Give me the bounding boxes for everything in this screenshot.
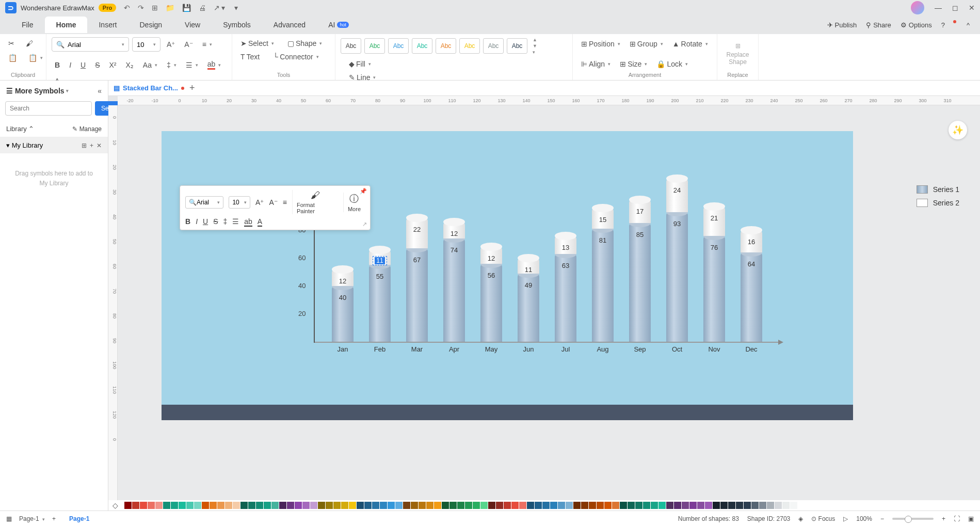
bar-column[interactable]: 4012Jan (332, 269, 354, 342)
color-swatch[interactable] (411, 502, 418, 509)
color-swatch[interactable] (713, 502, 720, 509)
color-swatch[interactable] (651, 502, 658, 509)
mylib-add-icon[interactable]: ⊞ (82, 142, 87, 149)
new-button[interactable]: ⊞ (152, 4, 158, 12)
layers-icon[interactable]: ◈ (798, 515, 803, 522)
position-button[interactable]: ⊞ Position▾ (578, 38, 623, 50)
color-swatch[interactable] (542, 502, 550, 509)
color-swatch[interactable] (202, 502, 209, 509)
color-swatch[interactable] (163, 502, 170, 509)
new-doc-tab[interactable]: + (189, 83, 195, 93)
color-swatch[interactable] (132, 502, 139, 509)
color-swatch[interactable] (728, 502, 735, 509)
tab-insert[interactable]: Insert (87, 17, 128, 33)
color-swatch[interactable] (434, 502, 441, 509)
focus-button[interactable]: ⊙ Focus (811, 515, 835, 522)
color-swatch[interactable] (171, 502, 178, 509)
color-swatch[interactable] (682, 502, 689, 509)
color-swatch[interactable] (357, 502, 364, 509)
copy-button[interactable]: 📋 (5, 52, 20, 64)
connector-tool[interactable]: └ Connector▾ (270, 51, 322, 63)
italic-button[interactable]: I (66, 59, 74, 71)
collapse-ribbon[interactable]: ^ (967, 21, 970, 29)
color-swatch[interactable] (628, 502, 635, 509)
color-swatch[interactable] (566, 502, 573, 509)
float-bold[interactable]: B (185, 217, 190, 226)
color-swatch[interactable] (720, 502, 728, 509)
text-tool[interactable]: T Text (237, 51, 263, 63)
page-dropdown[interactable]: Page-1 ▾ (19, 515, 45, 522)
canvas[interactable]: ✨ 20406080 4012Jan5511Feb6722Mar7412Apr5… (118, 105, 980, 500)
minimize-button[interactable]: — (935, 4, 942, 12)
undo-button[interactable]: ↶ (124, 4, 130, 12)
float-bullets[interactable]: ☰ (232, 217, 239, 226)
more-symbols-title[interactable]: More Symbols (15, 87, 65, 95)
highlight-button[interactable]: ab▾ (204, 58, 224, 72)
doc-tab[interactable]: ▤ Stacked Bar Ch... (114, 84, 184, 92)
bar-column[interactable]: 9324Oct (666, 179, 688, 342)
float-font-select[interactable]: 🔍 Arial▾ (185, 196, 223, 209)
tab-symbols[interactable]: Symbols (212, 17, 262, 33)
color-swatch[interactable] (194, 502, 201, 509)
float-italic[interactable]: I (196, 217, 198, 226)
float-dec-font[interactable]: A⁻ (269, 198, 277, 206)
bar-column[interactable]: 6722Mar (406, 218, 428, 342)
color-swatch[interactable] (480, 502, 488, 509)
zoom-slider[interactable] (892, 518, 934, 520)
color-swatch[interactable] (589, 502, 596, 509)
color-swatch[interactable] (504, 502, 511, 509)
tab-file[interactable]: File (10, 17, 45, 33)
bar-column[interactable]: 7621Nov (703, 206, 725, 342)
color-swatch[interactable] (186, 502, 194, 509)
align-button[interactable]: ⊫ Align▾ (578, 58, 614, 70)
group-button[interactable]: ⊞ Group▾ (626, 38, 666, 50)
color-swatch[interactable] (210, 502, 217, 509)
tab-ai[interactable]: AIhot (317, 17, 360, 33)
color-swatch[interactable] (380, 502, 387, 509)
color-swatch[interactable] (744, 502, 751, 509)
color-swatch[interactable] (395, 502, 403, 509)
color-swatch[interactable] (658, 502, 666, 509)
select-tool[interactable]: ➤ Select▾ (237, 37, 277, 50)
color-swatch[interactable] (782, 502, 790, 509)
dropzone[interactable]: Drag symbols here to add to My Library (0, 153, 108, 204)
color-swatch[interactable] (527, 502, 534, 509)
publish-button[interactable]: ✈ Publish (827, 21, 857, 29)
cut-button[interactable]: ✂ (5, 37, 18, 50)
selected-label[interactable]: 11 (373, 256, 387, 265)
color-swatch[interactable] (349, 502, 356, 509)
color-swatch[interactable] (496, 502, 503, 509)
bar-column[interactable]: 6313Jul (555, 236, 576, 342)
zoom-level[interactable]: 100% (856, 515, 872, 522)
legend[interactable]: Series 1 Series 2 (917, 185, 959, 212)
color-swatch[interactable] (473, 502, 480, 509)
color-swatch[interactable] (295, 502, 302, 509)
color-swatch[interactable] (124, 502, 132, 509)
color-swatch[interactable] (798, 502, 805, 509)
mylib-plus-icon[interactable]: + (90, 142, 93, 149)
float-inc-font[interactable]: A⁺ (255, 198, 264, 206)
color-swatch[interactable] (403, 502, 410, 509)
color-swatch[interactable] (287, 502, 294, 509)
color-swatch[interactable] (635, 502, 642, 509)
color-swatch[interactable] (767, 502, 774, 509)
color-swatch[interactable] (775, 502, 782, 509)
color-swatch[interactable] (705, 502, 712, 509)
float-format-painter[interactable]: 🖌Format Painter (292, 190, 338, 214)
tab-advanced[interactable]: Advanced (262, 17, 317, 33)
color-swatch[interactable] (388, 502, 395, 509)
spacing-button[interactable]: ‡▾ (164, 59, 180, 71)
color-swatch[interactable] (302, 502, 310, 509)
close-button[interactable]: ✕ (969, 4, 975, 12)
decrease-font[interactable]: A⁻ (181, 38, 196, 51)
color-swatch[interactable] (465, 502, 472, 509)
color-swatch[interactable] (550, 502, 557, 509)
color-swatch[interactable] (426, 502, 433, 509)
color-swatch[interactable] (736, 502, 743, 509)
bar-column[interactable]: 6416Dec (741, 230, 762, 342)
pin-icon[interactable]: 📌 (360, 188, 367, 195)
fill-button[interactable]: ◆ Fill▾ (346, 58, 392, 70)
color-swatch[interactable] (256, 502, 263, 509)
float-strike[interactable]: S (213, 217, 218, 226)
bar-column[interactable]: 8517Sep (629, 200, 651, 342)
